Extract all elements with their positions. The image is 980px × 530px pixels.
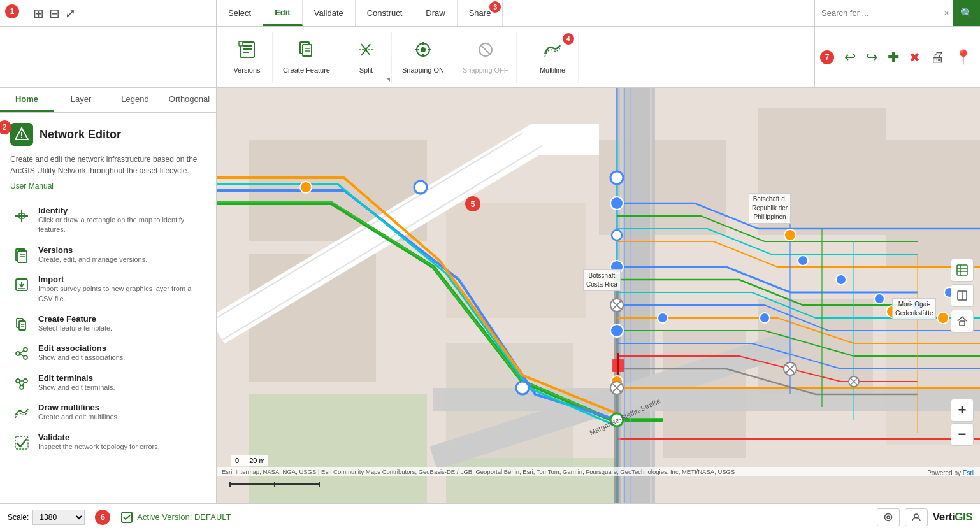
tab-draw[interactable]: Draw xyxy=(414,0,457,26)
edit-associations-text: Edit associations Show and edit associat… xyxy=(38,343,125,362)
edit-terminals-icon xyxy=(13,375,31,392)
map-book-btn[interactable] xyxy=(951,284,974,307)
badge-4: 4 xyxy=(563,33,574,45)
multiline-toolbar-icon xyxy=(543,40,562,64)
search-input[interactable] xyxy=(815,0,940,26)
sidebar-item-versions[interactable]: Versions Create, edit, and manage versio… xyxy=(10,240,206,269)
top-bar: 1 ⊞ ⊟ ⤢ Select Edit Validate Construct D… xyxy=(0,0,980,27)
svg-point-79 xyxy=(784,229,796,241)
svg-line-44 xyxy=(19,383,21,385)
sidebar-item-validate[interactable]: Validate Inspect the network topology fo… xyxy=(10,427,206,457)
import-icon xyxy=(13,276,31,294)
sidebar-item-draw-multilines[interactable]: Draw multilines Create and edit multilin… xyxy=(10,398,206,427)
settings-icon-btn[interactable] xyxy=(877,508,900,526)
sidebar-item-edit-associations[interactable]: Edit associations Show and edit associat… xyxy=(10,338,206,368)
badge-5: 5 xyxy=(465,196,480,211)
tab-construct[interactable]: Construct xyxy=(356,0,415,26)
svg-point-85 xyxy=(516,382,529,394)
map-area[interactable]: Margarete-Steffin-Straße Botschaft d.Rep… xyxy=(217,88,980,503)
scalebar-0: 0 xyxy=(235,457,239,464)
snapping-off-icon xyxy=(476,40,495,64)
svg-line-45 xyxy=(22,383,24,385)
main-area: Home Layer Legend Orthogonal 2 Network E… xyxy=(0,88,980,503)
sidebar-tab-layer[interactable]: Layer xyxy=(54,88,108,112)
toolbar-row: Versions Create Feature Split Snapping O… xyxy=(0,27,980,88)
zoom-out-btn[interactable]: − xyxy=(951,423,974,446)
user-icon-btn[interactable] xyxy=(905,508,928,526)
active-version[interactable]: Active Version: DEFAULT xyxy=(120,511,231,524)
validate-desc: Inspect the network topology for errors. xyxy=(38,442,160,452)
toolbar-split-btn[interactable]: Split xyxy=(341,32,392,83)
map-table-btn[interactable] xyxy=(951,259,974,282)
redo-btn[interactable]: ↪ xyxy=(863,47,880,68)
toolbar-main: Versions Create Feature Split Snapping O… xyxy=(217,27,814,87)
locate-btn[interactable]: 📍 xyxy=(952,47,974,68)
sidebar-tab-legend[interactable]: Legend xyxy=(108,88,162,112)
sidebar-content: 2 Network Editor Create and edit the net… xyxy=(0,113,216,462)
svg-rect-64 xyxy=(433,388,980,411)
zoom-in-btn[interactable]: + xyxy=(951,399,974,422)
map-home-btn[interactable] xyxy=(951,310,974,333)
toolbar-snapping-on-btn[interactable]: Snapping ON xyxy=(394,32,452,83)
top-bar-left: 1 ⊞ ⊟ ⤢ xyxy=(0,0,217,26)
tab-select[interactable]: Select xyxy=(217,0,263,26)
add-btn[interactable]: ✚ xyxy=(885,47,902,68)
search-clear-icon[interactable]: × xyxy=(940,8,953,19)
search-button[interactable]: 🔍 xyxy=(953,0,980,26)
user-manual-link[interactable]: User Manual xyxy=(10,182,206,190)
sidebar-item-identify[interactable]: Identify Click or draw a rectangle on th… xyxy=(10,201,206,240)
sidebar-item-edit-terminals[interactable]: Edit terminals Show and edit terminals. xyxy=(10,368,206,398)
svg-point-36 xyxy=(24,348,27,352)
svg-point-84 xyxy=(610,413,623,426)
svg-point-77 xyxy=(300,182,312,193)
badge-3: 3 xyxy=(489,1,501,13)
grid2-icon[interactable]: ⊟ xyxy=(49,6,60,21)
print-btn[interactable]: 🖨 xyxy=(928,47,947,68)
import-title: Import xyxy=(38,275,203,284)
esri-link[interactable]: Esri xyxy=(963,469,974,476)
toolbar-multiline-btn[interactable]: Multiline 4 xyxy=(528,32,579,83)
sidebar-tab-home[interactable]: Home xyxy=(0,88,54,112)
svg-rect-111 xyxy=(960,321,965,326)
svg-rect-50 xyxy=(446,203,586,318)
identify-icon xyxy=(13,207,31,225)
svg-rect-102 xyxy=(229,482,231,487)
grid-icon[interactable]: ⊞ xyxy=(33,6,44,21)
scale-select[interactable]: 1380 500 1000 2000 5000 10000 xyxy=(32,510,85,525)
draw-multilines-icon xyxy=(13,404,31,422)
search-bar: × 🔍 xyxy=(814,0,980,26)
snapping-off-label: Snapping OFF xyxy=(463,66,508,74)
svg-point-20 xyxy=(21,137,22,138)
svg-point-11 xyxy=(421,47,426,52)
badge-7-wrap: 7 xyxy=(820,50,834,64)
sidebar-tab-orthogonal[interactable]: Orthogonal xyxy=(162,88,216,112)
svg-point-82 xyxy=(414,181,427,194)
svg-point-71 xyxy=(874,294,884,304)
multiline-toolbar-label: Multiline xyxy=(540,66,565,74)
sidebar-item-import[interactable]: Import Import survey points to new graph… xyxy=(10,269,206,309)
svg-rect-103 xyxy=(319,482,320,487)
tab-share[interactable]: Share 3 xyxy=(458,0,503,26)
svg-rect-4 xyxy=(239,41,243,46)
powered-by-esri: Powered by Esri xyxy=(927,469,974,476)
svg-rect-32 xyxy=(19,321,25,330)
toolbar-create-feature-btn[interactable]: Create Feature xyxy=(275,32,338,83)
versions-toolbar-label: Versions xyxy=(233,66,260,74)
svg-line-39 xyxy=(20,354,24,357)
tab-validate[interactable]: Validate xyxy=(303,0,356,26)
embassy-philippinen-label: Botschaft d.Republik derPhillippinen xyxy=(749,193,791,224)
validate-text: Validate Inspect the network topology fo… xyxy=(38,433,160,452)
toolbar-snapping-off-btn[interactable]: Snapping OFF xyxy=(455,32,517,83)
undo-btn[interactable]: ↩ xyxy=(842,47,858,68)
identify-desc: Click or draw a rectangle on the map to … xyxy=(38,215,203,235)
create-feature-toolbar-icon xyxy=(297,40,316,64)
expand-icon[interactable]: ⤢ xyxy=(65,6,76,21)
create-feature-toolbar-label: Create Feature xyxy=(283,66,330,74)
tab-edit[interactable]: Edit xyxy=(263,0,303,26)
close-btn[interactable]: ✖ xyxy=(907,47,923,68)
sidebar-item-create-feature[interactable]: Create Feature Select feature template. xyxy=(10,309,206,338)
validate-icon xyxy=(13,434,31,452)
versions-text: Versions Create, edit, and manage versio… xyxy=(38,245,147,264)
svg-point-42 xyxy=(20,385,24,389)
toolbar-versions-btn[interactable]: Versions xyxy=(222,32,273,83)
